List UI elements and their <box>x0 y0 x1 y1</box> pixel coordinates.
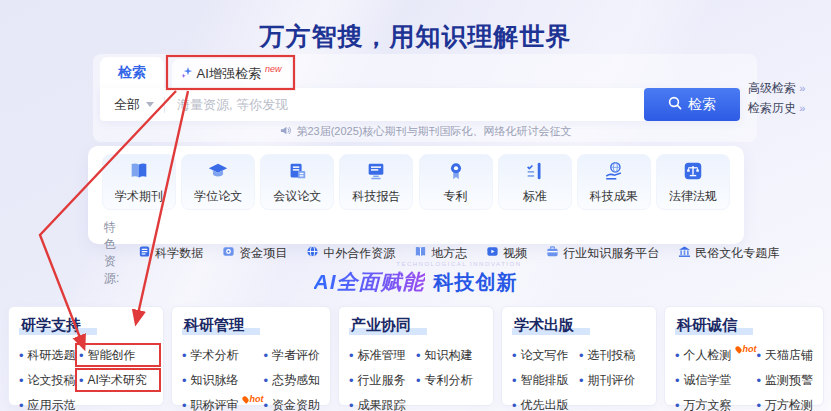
section-items: •科研选题 •论文投稿 •应用示范 •智能创作 •AI学术研究 <box>19 346 153 411</box>
list-item[interactable]: •知识脉络 <box>182 371 264 389</box>
tab-basic-search[interactable]: 检索 <box>100 57 164 88</box>
chevron-right-icon: » <box>799 102 805 114</box>
search-input[interactable] <box>165 97 644 112</box>
list-item[interactable]: •科研选题 <box>19 346 81 364</box>
featured-local-chronicles[interactable]: 地方志 <box>414 245 467 262</box>
bullet-icon: • <box>263 349 268 362</box>
search-history-link[interactable]: 检索历史 » <box>748 98 805 118</box>
announcement-bar[interactable]: 第23届(2025)核心期刊与期刊国际化、网络化研讨会征文 <box>95 124 757 139</box>
featured-item-label: 视频 <box>503 245 527 262</box>
list-item[interactable]: •期刊评价 <box>579 371 646 389</box>
featured-global-cooperation[interactable]: 中外合作资源 <box>306 245 395 262</box>
hot-badge: hot <box>736 344 756 354</box>
advanced-search-link[interactable]: 高级检索 » <box>748 78 805 98</box>
list-item[interactable]: •选刊投稿 <box>579 346 646 364</box>
tile-patent[interactable]: 专利 <box>419 154 493 210</box>
tile-label: 会议论文 <box>273 188 321 205</box>
tile-label: 学术期刊 <box>115 188 163 205</box>
list-item-ai-academic-research[interactable]: •AI学术研究 <box>75 368 161 392</box>
list-item[interactable]: •应用示范 <box>19 396 81 411</box>
conference-paper-icon <box>286 160 308 185</box>
folk-culture-icon <box>678 245 691 261</box>
global-cooperation-icon <box>306 245 319 261</box>
list-item[interactable]: •万方检测 <box>756 396 813 411</box>
speaker-icon <box>280 125 291 138</box>
bullet-icon: • <box>349 399 354 411</box>
bullet-icon: • <box>19 349 24 362</box>
list-item[interactable]: •学术分析 <box>182 346 264 364</box>
featured-video[interactable]: 视频 <box>486 245 527 262</box>
ai-sparkle-icon <box>181 66 193 81</box>
list-item[interactable]: •资金资助 <box>263 396 320 411</box>
search-history-label: 检索历史 <box>748 101 796 115</box>
section-items: •标准管理 •行业服务 •成果跟踪 •知识构建 •专利分析 <box>349 346 483 411</box>
list-item[interactable]: •智能排版 <box>512 371 579 389</box>
bullet-icon: • <box>416 374 421 387</box>
bullet-icon: • <box>79 374 84 387</box>
tile-laws[interactable]: 法律法规 <box>656 154 730 210</box>
standard-checklist-icon <box>524 160 546 185</box>
list-item[interactable]: •专利分析 <box>416 371 483 389</box>
list-item[interactable]: •学者评价 <box>263 346 320 364</box>
featured-item-label: 科学数据 <box>155 245 203 262</box>
scope-dropdown[interactable]: 全部 <box>100 96 164 114</box>
wanfang-home-page: 万方智搜，用知识理解世界 检索 AI增强检索 new 全部 检索 高级检索 » <box>0 0 831 411</box>
list-item[interactable]: •成果跟踪 <box>349 396 416 411</box>
tab-ai-label: AI增强检索 <box>197 65 261 83</box>
list-item[interactable]: •职称评审hot <box>182 396 264 411</box>
tab-ai-new-badge: new <box>265 64 282 74</box>
achievement-globe-icon <box>603 160 625 185</box>
tile-achievements[interactable]: 科技成果 <box>577 154 651 210</box>
journal-icon <box>128 160 150 185</box>
list-item[interactable]: •论文写作 <box>512 346 579 364</box>
tab-ai-enhanced-search[interactable]: AI增强检索 new <box>172 59 290 88</box>
ai-banner-gradient-text: AI全面赋能 <box>314 268 425 296</box>
bullet-icon: • <box>675 399 680 411</box>
search-button[interactable]: 检索 <box>644 88 740 121</box>
list-item[interactable]: •天猫店铺 <box>756 346 813 364</box>
featured-industry-platform[interactable]: 行业知识服务平台 <box>546 245 659 262</box>
section-title: 学术出版 <box>512 316 590 335</box>
featured-fund-project[interactable]: 资金项目 <box>222 245 287 262</box>
section-research-support: 研学支持 •科研选题 •论文投稿 •应用示范 •智能创作 •AI学术研究 <box>8 306 164 406</box>
science-data-icon <box>138 245 151 261</box>
tile-academic-journal[interactable]: 学术期刊 <box>102 154 176 210</box>
patent-medal-icon <box>445 160 467 185</box>
section-academic-publishing: 学术出版 •论文写作 •智能排版 •优先出版 •选刊投稿 •期刊评价 <box>501 306 657 406</box>
bullet-icon: • <box>19 399 24 411</box>
bullet-icon: • <box>263 374 268 387</box>
chevron-right-icon: » <box>799 82 805 94</box>
list-item-smart-creation[interactable]: •智能创作 <box>75 343 161 367</box>
featured-folk-culture[interactable]: 民俗文化专题库 <box>678 245 779 262</box>
list-item[interactable]: •诚信学堂 <box>675 371 757 389</box>
featured-science-data[interactable]: 科学数据 <box>138 245 203 262</box>
tile-degree-thesis[interactable]: 学位论文 <box>181 154 255 210</box>
featured-item-label: 资金项目 <box>239 245 287 262</box>
tile-label: 科技成果 <box>590 188 638 205</box>
list-item[interactable]: •万方文察 <box>675 396 757 411</box>
list-item[interactable]: •知识构建 <box>416 346 483 364</box>
list-item[interactable]: •论文投稿 <box>19 371 81 389</box>
list-item[interactable]: •标准管理 <box>349 346 416 364</box>
tab-basic-label: 检索 <box>118 64 146 82</box>
list-item[interactable]: •态势感知 <box>263 371 320 389</box>
tile-standard[interactable]: 标准 <box>498 154 572 210</box>
bullet-icon: • <box>756 374 761 387</box>
section-items: •学术分析 •知识脉络 •职称评审hot •学者评价 •态势感知 •资金资助 <box>182 346 320 411</box>
tile-tech-report[interactable]: 科技报告 <box>339 154 413 210</box>
section-title: 科研管理 <box>182 316 260 335</box>
tile-conference-paper[interactable]: 会议论文 <box>260 154 334 210</box>
list-item[interactable]: •个人检测hot <box>675 346 757 364</box>
section-research-management: 科研管理 •学术分析 •知识脉络 •职称评审hot •学者评价 •态势感知 •资… <box>171 306 331 406</box>
list-item[interactable]: •优先出版 <box>512 396 579 411</box>
bullet-icon: • <box>182 399 187 411</box>
bullet-icon: • <box>512 399 517 411</box>
announcement-text: 第23届(2025)核心期刊与期刊国际化、网络化研讨会征文 <box>296 124 571 139</box>
tile-label: 标准 <box>523 188 547 205</box>
service-sections: 研学支持 •科研选题 •论文投稿 •应用示范 •智能创作 •AI学术研究 科研管… <box>8 306 824 406</box>
video-icon <box>486 245 499 261</box>
section-title: 产业协同 <box>349 316 427 335</box>
list-item[interactable]: •监测预警 <box>756 371 813 389</box>
list-item[interactable]: •行业服务 <box>349 371 416 389</box>
section-title: 研学支持 <box>19 316 97 335</box>
